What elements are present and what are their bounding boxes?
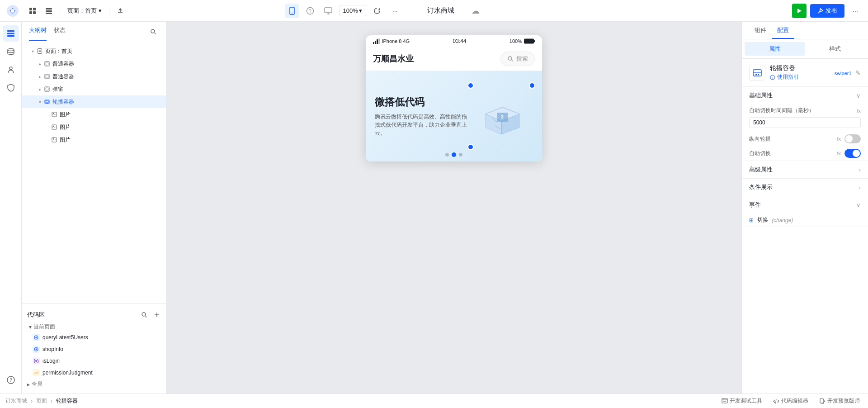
prop-label-interval: 自动切换时间间隔（毫秒） [749, 107, 853, 114]
dot-2[interactable] [452, 152, 456, 157]
prop-group-condition-header[interactable]: 条件展示 › [742, 179, 868, 196]
code-search-btn[interactable] [139, 309, 150, 320]
breadcrumb-page[interactable]: 页面 [36, 397, 47, 405]
code-item-query1[interactable]: queryLatest5Users [22, 332, 166, 343]
app-logo [5, 4, 20, 18]
code-item-var1[interactable]: (x) isLogin [22, 355, 166, 367]
prop-group-condition: 条件展示 › [742, 179, 868, 196]
tree-item-img2[interactable]: ▸ 图片 [22, 121, 166, 133]
breadcrumb-app[interactable]: 订水商城 [5, 397, 27, 405]
tree-item-img1[interactable]: ▸ 图片 [22, 108, 166, 121]
global-arrow: ▸ [27, 381, 30, 388]
svg-point-52 [508, 57, 512, 60]
code-item-func1[interactable]: permissionJudgment [22, 367, 166, 379]
prop-row-vertical: 纵向轮播 fx [742, 132, 868, 146]
separator-1 [60, 6, 60, 15]
handle-top-left[interactable] [467, 82, 474, 89]
code-add-btn[interactable] [151, 309, 162, 320]
component-more-btn[interactable]: ✎ [855, 69, 861, 76]
right-subtab-props[interactable]: 属性 [745, 42, 805, 56]
svg-rect-27 [46, 62, 48, 65]
toggle-vertical-knob [845, 135, 853, 142]
tree-label-img1: 图片 [60, 111, 162, 119]
question-btn[interactable]: ? [303, 4, 317, 18]
permissions-btn[interactable] [3, 80, 19, 96]
handle-top-right[interactable] [529, 82, 535, 89]
prop-fx-autoplay[interactable]: fx [837, 151, 841, 156]
list-view-btn[interactable] [42, 4, 56, 18]
dot-1[interactable] [445, 153, 449, 157]
publish-btn[interactable]: 发布 [810, 4, 844, 18]
global-section[interactable]: ▸ 全局 [22, 379, 166, 390]
toggle-vertical[interactable] [844, 134, 861, 143]
prop-fx-vertical[interactable]: fx [837, 136, 841, 142]
tree-arrow-page: ▾ [29, 47, 36, 55]
tree-label-modal: 弹窗 [52, 85, 154, 93]
breadcrumb-sep-1: › [31, 398, 33, 404]
run-btn[interactable] [792, 4, 807, 18]
help-btn[interactable]: ? [3, 372, 19, 388]
code-header-actions [139, 309, 162, 320]
modal-sort-btn[interactable]: ⇅ [154, 85, 162, 93]
search-btn[interactable]: 搜索 [500, 52, 535, 66]
toolbar-more-btn[interactable]: ··· [848, 4, 863, 18]
bottom-bar: 订水商城 › 页面 › 轮播容器 开发调试工具 代码编辑器 开发预览版师 [0, 394, 868, 408]
svg-rect-49 [378, 38, 380, 44]
code-editor-btn[interactable]: 代码编辑器 [770, 396, 811, 406]
zoom-selector[interactable]: 100% [339, 5, 366, 16]
data-btn[interactable] [3, 43, 19, 60]
svg-rect-50 [524, 39, 533, 43]
handle-bottom-left[interactable] [467, 144, 474, 150]
dot-3[interactable] [459, 153, 462, 157]
prop-row-autoplay: 自动切换 fx [742, 146, 868, 161]
component-guide[interactable]: i 使用指引 [770, 73, 799, 81]
tree-item-modal[interactable]: ▸ 弹窗 ⇅ [22, 83, 166, 95]
interval-input[interactable] [749, 117, 861, 128]
tree-icon-img2 [51, 123, 58, 131]
right-subtab-style[interactable]: 样式 [805, 42, 866, 56]
right-tab-component[interactable]: 组件 [749, 22, 772, 39]
dev-tools-label: 开发调试工具 [730, 397, 762, 405]
prop-group-basic-header[interactable]: 基础属性 ∨ [742, 87, 868, 104]
page-selector[interactable]: 页面：首页 [64, 5, 105, 17]
tree-item-carousel[interactable]: ▾ 轮播容器 [22, 95, 166, 108]
tab-outline[interactable]: 大纲树 [29, 26, 47, 41]
dev-tools-btn[interactable]: 开发调试工具 [719, 396, 765, 406]
tree-item-container1[interactable]: ▸ 普通容器 [22, 57, 166, 70]
carousel-container[interactable]: 微搭低代码 腾讯云微搭低代码是高效、高性能的拖拽式低代码开发平台，助力企业垂直上… [366, 71, 542, 161]
desktop-view-btn[interactable] [321, 4, 335, 18]
func1-icon [33, 369, 40, 376]
svg-marker-14 [797, 9, 802, 13]
code-item-query2[interactable]: shopInfo [22, 343, 166, 355]
svg-point-18 [8, 49, 14, 51]
preview-btn[interactable]: 开发预览版师 [816, 396, 863, 406]
mobile-view-btn[interactable] [285, 4, 299, 18]
grid-view-btn[interactable] [25, 4, 40, 18]
code-title: 代码区 [27, 311, 45, 319]
current-page-arrow: ▾ [29, 324, 32, 330]
layers-btn[interactable] [3, 25, 19, 42]
code-sub-header-current[interactable]: ▾ 当前页面 [22, 322, 166, 332]
svg-rect-31 [46, 88, 48, 90]
global-label: 全局 [32, 380, 42, 388]
tree-item-page[interactable]: ▾ 页面：首页 [22, 45, 166, 57]
tree-item-container2[interactable]: ▸ 普通容器 [22, 70, 166, 83]
toggle-autoplay[interactable] [844, 149, 861, 158]
component-meta: 轮播容器 i 使用指引 [770, 64, 799, 81]
users-btn[interactable] [3, 62, 19, 78]
component-version-tag: swiper1 ✎ [835, 69, 861, 77]
refresh-btn[interactable] [370, 4, 384, 18]
tab-state[interactable]: 状态 [54, 26, 66, 41]
svg-rect-3 [33, 8, 36, 10]
tree-item-img3[interactable]: ▸ 图片 [22, 133, 166, 146]
var1-icon: (x) [33, 357, 40, 365]
prop-group-advanced-header[interactable]: 高级属性 › [742, 161, 868, 178]
outline-search-btn[interactable] [148, 26, 159, 37]
zoom-label: 100% [343, 7, 358, 14]
right-tab-config[interactable]: 配置 [772, 22, 794, 39]
prop-fx-interval[interactable]: fx [857, 108, 861, 114]
canvas-area: iPhone 8 4G 03:44 100% 万顺昌水业 [166, 22, 741, 394]
more-btn[interactable]: ··· [388, 4, 402, 18]
prop-group-events-header[interactable]: 事件 ∨ [742, 196, 868, 213]
export-btn[interactable] [113, 4, 127, 18]
